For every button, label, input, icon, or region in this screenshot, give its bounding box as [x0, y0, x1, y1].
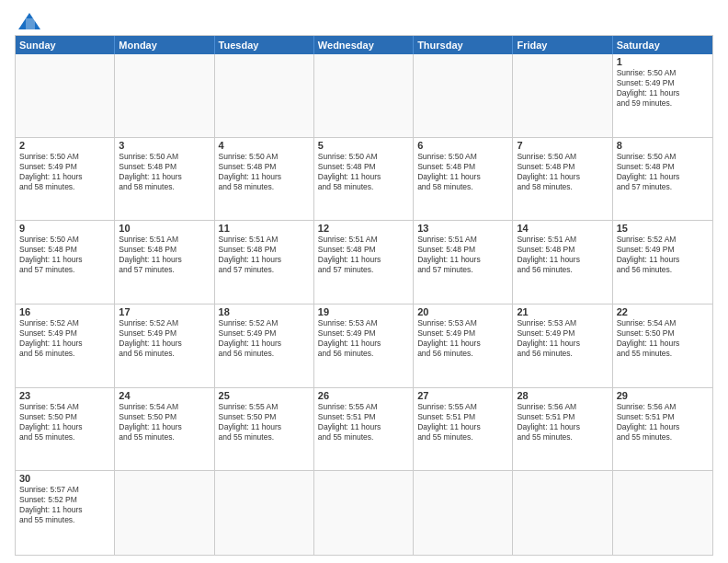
calendar-cell [513, 54, 612, 137]
calendar-cell: 16Sunrise: 5:52 AM Sunset: 5:49 PM Dayli… [16, 304, 115, 387]
calendar-cell [215, 54, 314, 137]
day-info: Sunrise: 5:52 AM Sunset: 5:49 PM Dayligh… [119, 318, 210, 359]
calendar-cell [115, 471, 214, 555]
calendar-cell: 13Sunrise: 5:51 AM Sunset: 5:48 PM Dayli… [414, 221, 513, 304]
calendar-cell [314, 54, 414, 137]
day-info: Sunrise: 5:50 AM Sunset: 5:49 PM Dayligh… [617, 68, 709, 109]
day-info: Sunrise: 5:54 AM Sunset: 5:50 PM Dayligh… [119, 402, 210, 442]
weekday-header: Saturday [613, 36, 712, 54]
calendar-cell: 10Sunrise: 5:51 AM Sunset: 5:48 PM Dayli… [115, 221, 214, 304]
day-number: 16 [19, 306, 110, 317]
calendar: SundayMondayTuesdayWednesdayThursdayFrid… [15, 35, 713, 556]
svg-marker-1 [26, 18, 35, 29]
day-info: Sunrise: 5:51 AM Sunset: 5:48 PM Dayligh… [119, 235, 210, 275]
calendar-header: SundayMondayTuesdayWednesdayThursdayFrid… [16, 36, 712, 54]
day-info: Sunrise: 5:57 AM Sunset: 5:52 PM Dayligh… [19, 485, 110, 525]
calendar-cell: 4Sunrise: 5:50 AM Sunset: 5:48 PM Daylig… [215, 138, 314, 221]
calendar-cell: 6Sunrise: 5:50 AM Sunset: 5:48 PM Daylig… [414, 138, 513, 221]
calendar-cell: 23Sunrise: 5:54 AM Sunset: 5:50 PM Dayli… [16, 388, 115, 471]
weekday-header: Thursday [414, 36, 513, 54]
day-number: 29 [617, 390, 709, 401]
calendar-cell [414, 54, 513, 137]
day-info: Sunrise: 5:51 AM Sunset: 5:48 PM Dayligh… [318, 235, 409, 275]
weekday-header: Sunday [16, 36, 115, 54]
calendar-cell: 19Sunrise: 5:53 AM Sunset: 5:49 PM Dayli… [314, 304, 414, 387]
calendar-cell: 18Sunrise: 5:52 AM Sunset: 5:49 PM Dayli… [215, 304, 314, 387]
calendar-cell: 17Sunrise: 5:52 AM Sunset: 5:49 PM Dayli… [115, 304, 214, 387]
day-number: 6 [417, 140, 508, 151]
day-number: 5 [318, 140, 409, 151]
calendar-cell: 15Sunrise: 5:52 AM Sunset: 5:49 PM Dayli… [613, 221, 712, 304]
day-info: Sunrise: 5:50 AM Sunset: 5:48 PM Dayligh… [417, 152, 508, 192]
logo-text [15, 11, 42, 31]
day-info: Sunrise: 5:53 AM Sunset: 5:49 PM Dayligh… [318, 318, 409, 359]
calendar-cell [513, 471, 612, 555]
calendar-cell: 2Sunrise: 5:50 AM Sunset: 5:49 PM Daylig… [16, 138, 115, 221]
calendar-cell: 5Sunrise: 5:50 AM Sunset: 5:48 PM Daylig… [314, 138, 414, 221]
logo-icon [17, 11, 42, 31]
day-number: 11 [219, 223, 310, 234]
day-number: 21 [517, 306, 608, 317]
calendar-cell: 27Sunrise: 5:55 AM Sunset: 5:51 PM Dayli… [414, 388, 513, 471]
calendar-row: 30Sunrise: 5:57 AM Sunset: 5:52 PM Dayli… [16, 471, 712, 555]
logo [15, 11, 42, 28]
day-info: Sunrise: 5:53 AM Sunset: 5:49 PM Dayligh… [417, 318, 508, 359]
calendar-cell: 26Sunrise: 5:55 AM Sunset: 5:51 PM Dayli… [314, 388, 414, 471]
calendar-cell: 3Sunrise: 5:50 AM Sunset: 5:48 PM Daylig… [115, 138, 214, 221]
weekday-header: Friday [513, 36, 612, 54]
day-number: 2 [19, 140, 110, 151]
weekday-header: Wednesday [314, 36, 414, 54]
calendar-cell: 24Sunrise: 5:54 AM Sunset: 5:50 PM Dayli… [115, 388, 214, 471]
page: SundayMondayTuesdayWednesdayThursdayFrid… [0, 0, 728, 563]
calendar-cell: 30Sunrise: 5:57 AM Sunset: 5:52 PM Dayli… [16, 471, 115, 555]
calendar-cell [613, 471, 712, 555]
day-info: Sunrise: 5:56 AM Sunset: 5:51 PM Dayligh… [617, 402, 709, 442]
calendar-cell: 1Sunrise: 5:50 AM Sunset: 5:49 PM Daylig… [613, 54, 712, 137]
day-number: 12 [318, 223, 409, 234]
day-info: Sunrise: 5:54 AM Sunset: 5:50 PM Dayligh… [19, 402, 110, 442]
day-info: Sunrise: 5:55 AM Sunset: 5:51 PM Dayligh… [318, 402, 409, 442]
day-number: 26 [318, 390, 409, 401]
day-number: 4 [219, 140, 310, 151]
day-number: 7 [517, 140, 608, 151]
header [15, 11, 713, 28]
day-info: Sunrise: 5:50 AM Sunset: 5:48 PM Dayligh… [119, 152, 210, 192]
calendar-cell: 29Sunrise: 5:56 AM Sunset: 5:51 PM Dayli… [613, 388, 712, 471]
calendar-cell [215, 471, 314, 555]
calendar-cell [16, 54, 115, 137]
calendar-cell: 14Sunrise: 5:51 AM Sunset: 5:48 PM Dayli… [513, 221, 612, 304]
calendar-cell: 12Sunrise: 5:51 AM Sunset: 5:48 PM Dayli… [314, 221, 414, 304]
day-info: Sunrise: 5:55 AM Sunset: 5:51 PM Dayligh… [417, 402, 508, 442]
day-number: 10 [119, 223, 210, 234]
day-info: Sunrise: 5:50 AM Sunset: 5:49 PM Dayligh… [19, 152, 110, 192]
day-info: Sunrise: 5:52 AM Sunset: 5:49 PM Dayligh… [219, 318, 310, 359]
calendar-cell: 25Sunrise: 5:55 AM Sunset: 5:50 PM Dayli… [215, 388, 314, 471]
day-number: 9 [19, 223, 110, 234]
calendar-cell: 7Sunrise: 5:50 AM Sunset: 5:48 PM Daylig… [513, 138, 612, 221]
day-number: 8 [617, 140, 709, 151]
day-info: Sunrise: 5:50 AM Sunset: 5:48 PM Dayligh… [517, 152, 608, 192]
day-info: Sunrise: 5:50 AM Sunset: 5:48 PM Dayligh… [19, 235, 110, 275]
calendar-cell [115, 54, 214, 137]
day-number: 25 [219, 390, 310, 401]
calendar-row: 23Sunrise: 5:54 AM Sunset: 5:50 PM Dayli… [16, 388, 712, 472]
day-info: Sunrise: 5:53 AM Sunset: 5:49 PM Dayligh… [517, 318, 608, 359]
day-number: 19 [318, 306, 409, 317]
weekday-header: Monday [115, 36, 214, 54]
day-number: 23 [19, 390, 110, 401]
calendar-cell [414, 471, 513, 555]
day-number: 20 [417, 306, 508, 317]
calendar-body: 1Sunrise: 5:50 AM Sunset: 5:49 PM Daylig… [16, 54, 712, 555]
day-number: 27 [417, 390, 508, 401]
day-info: Sunrise: 5:56 AM Sunset: 5:51 PM Dayligh… [517, 402, 608, 442]
calendar-cell: 11Sunrise: 5:51 AM Sunset: 5:48 PM Dayli… [215, 221, 314, 304]
calendar-cell: 9Sunrise: 5:50 AM Sunset: 5:48 PM Daylig… [16, 221, 115, 304]
day-number: 17 [119, 306, 210, 317]
calendar-cell: 20Sunrise: 5:53 AM Sunset: 5:49 PM Dayli… [414, 304, 513, 387]
day-info: Sunrise: 5:52 AM Sunset: 5:49 PM Dayligh… [617, 235, 709, 275]
calendar-cell: 28Sunrise: 5:56 AM Sunset: 5:51 PM Dayli… [513, 388, 612, 471]
calendar-cell: 8Sunrise: 5:50 AM Sunset: 5:48 PM Daylig… [613, 138, 712, 221]
day-number: 22 [617, 306, 709, 317]
calendar-row: 16Sunrise: 5:52 AM Sunset: 5:49 PM Dayli… [16, 304, 712, 388]
calendar-cell: 22Sunrise: 5:54 AM Sunset: 5:50 PM Dayli… [613, 304, 712, 387]
